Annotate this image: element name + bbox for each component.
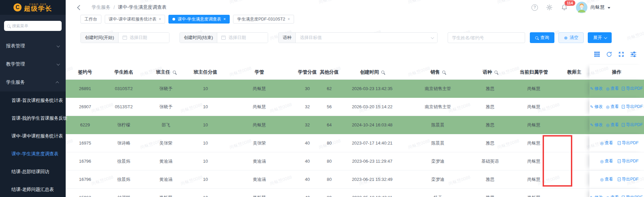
column-header: 学管 — [222, 69, 296, 75]
sidebar-submenu-label: 首课-我的学生首课服务反馈 — [11, 115, 68, 121]
action-label: 修改 — [594, 122, 603, 128]
table-cell: 栾梦迪 — [404, 176, 472, 183]
action-view[interactable]: 查看 — [600, 158, 613, 164]
sidebar-menu-item[interactable]: 报表管理 — [0, 37, 66, 55]
column-label: 学管分值 — [298, 69, 317, 75]
tab[interactable]: 工作台 — [80, 15, 101, 24]
help-icon[interactable]: ? — [532, 4, 538, 11]
sidebar-search[interactable] — [4, 21, 62, 31]
column-header: 教师主 — [559, 69, 589, 75]
table-cell: 张诗略 — [104, 140, 143, 146]
settings-gear-icon[interactable] — [546, 4, 553, 11]
action-modify[interactable]: 修改 — [590, 86, 603, 91]
table-cell: 雅思 — [472, 140, 509, 146]
fullscreen-icon[interactable] — [618, 51, 624, 57]
column-search-icon[interactable] — [173, 71, 176, 74]
sidebar-submenu-item[interactable]: 结课-总部结课回访 — [0, 163, 66, 181]
action-modify[interactable]: 修改 — [590, 104, 603, 110]
sidebar-submenu-item[interactable]: 课中-课中课程服务统计表 — [0, 127, 66, 145]
close-icon[interactable]: × — [223, 17, 226, 21]
action-label: 查看 — [610, 195, 619, 197]
table-cell: 2026-03-23 13:42:35 — [340, 86, 404, 91]
user-menu[interactable]: 尚稣慧 — [576, 2, 610, 13]
tab[interactable]: 课中-学生满意度调查表 × — [168, 15, 230, 24]
data-table: 签约号 学生姓名 班主任 班主任分值 学管 学管分值 其他分值 创建时间 销售 … — [66, 65, 644, 197]
action-pdf[interactable]: 导出PDF — [618, 158, 639, 164]
column-search-icon[interactable] — [442, 71, 445, 74]
action-modify[interactable]: 修改 — [590, 195, 603, 197]
column-search-icon[interactable] — [381, 71, 384, 74]
close-icon[interactable]: × — [288, 17, 290, 21]
refresh-icon[interactable] — [606, 51, 612, 57]
action-view[interactable]: 查看 — [606, 104, 619, 110]
action-label: 导出PDF — [626, 122, 643, 128]
table-cell: 26891 — [66, 86, 104, 91]
action-modify[interactable]: 修改 — [590, 122, 603, 128]
table-cell: 10 — [189, 122, 222, 127]
tab[interactable]: 学生满意度PDF-0310ST2 × — [233, 15, 294, 24]
action-label: 查看 — [610, 122, 619, 128]
action-pdf[interactable]: 导出PDF — [618, 176, 639, 182]
action-pdf[interactable]: 导出PDF — [622, 104, 643, 110]
table-cell: 80 — [318, 159, 340, 164]
notification-bell-icon[interactable]: 114 — [561, 3, 568, 12]
table-cell: 黄渝涵 — [143, 158, 189, 164]
close-icon[interactable]: × — [159, 17, 161, 21]
search-button[interactable]: 查询 — [530, 32, 554, 43]
notification-badge: 114 — [565, 0, 575, 6]
date-end-input[interactable]: 选择日期 — [217, 33, 268, 43]
tab[interactable]: 课中-课中课程服务统计表 × — [105, 15, 165, 24]
action-pdf[interactable]: 导出PDF — [622, 122, 643, 128]
column-label: 学管 — [255, 69, 264, 75]
column-label: 语种 — [483, 69, 492, 75]
language-select[interactable]: 选择目标值 — [296, 33, 437, 43]
logo-icon: C — [13, 3, 22, 11]
action-pdf[interactable]: 导出PDF — [618, 140, 639, 146]
student-name-input[interactable] — [448, 32, 525, 43]
sidebar-submenu-item[interactable]: 课中-学生满意度调查表 — [0, 145, 66, 163]
table-cell: 雅思 — [472, 122, 509, 128]
sidebar-search-input[interactable] — [12, 24, 59, 28]
date-start-input[interactable]: 选择日期 — [119, 33, 169, 43]
column-settings-icon[interactable] — [630, 51, 637, 57]
table-row: 268910310ST2张晓予10尚稣慧30622026-03-23 13:42… — [66, 80, 644, 98]
column-label: 销售 — [430, 69, 440, 75]
action-pdf[interactable]: 导出PDF — [622, 195, 643, 197]
table-cell: 0310ST2 — [104, 86, 143, 91]
table-cell: 尚稣慧 — [509, 104, 559, 110]
action-icon — [606, 195, 609, 197]
action-icon — [622, 123, 625, 127]
sidebar-menu-item[interactable]: 教学管理 — [0, 55, 66, 73]
grid-view-icon[interactable] — [594, 51, 600, 57]
action-view[interactable]: 查看 — [600, 176, 613, 182]
breadcrumb-root[interactable]: 学生服务 — [92, 4, 110, 10]
sidebar-menu-item[interactable]: 学生服务 — [0, 73, 66, 91]
sidebar-menu-label: 学生服务 — [6, 79, 25, 85]
back-icon[interactable] — [77, 5, 83, 10]
clear-button[interactable]: 清空 — [558, 32, 584, 43]
table-cell: 南京销售主管 — [404, 86, 472, 92]
action-pdf[interactable]: 导出PDF — [622, 86, 643, 91]
table-cell: 15963 — [66, 195, 104, 197]
action-view[interactable]: 查看 — [606, 86, 619, 91]
tab-label: 课中-课中课程服务统计表 — [109, 16, 157, 22]
table-cell: 徐晨炜 — [104, 158, 143, 164]
sidebar-submenu-label: 课中-课中课程服务统计表 — [11, 133, 63, 139]
action-icon — [618, 141, 621, 145]
filter-language: 语种 选择目标值 — [278, 32, 438, 43]
sidebar-submenu-item[interactable]: 首课-我的学生首课服务反馈 — [0, 109, 66, 127]
action-label: 查看 — [605, 176, 613, 182]
action-view[interactable]: 查看 — [606, 195, 619, 197]
table-cell: 16975 — [66, 141, 104, 146]
action-view[interactable]: 查看 — [606, 122, 619, 128]
table-cell: 0513ST2 — [104, 104, 143, 109]
filter-date-start: 创建时间(开始) 选择日期 — [80, 32, 169, 43]
table-cell: 26907 — [66, 104, 104, 109]
column-search-icon[interactable] — [494, 71, 497, 74]
app-root: C CHAO XUE 超级学长 报表管理 教学管理 学生服务 首课-首次课程服务… — [0, 0, 644, 197]
sidebar-submenu-item[interactable]: 结课-老师问题汇总表 — [0, 181, 66, 197]
expand-button[interactable]: 展开 — [588, 32, 612, 43]
table-cell: 张晓予 — [143, 104, 189, 110]
sidebar-submenu-item[interactable]: 首课-首次课程服务统计表 — [0, 91, 66, 109]
action-view[interactable]: 查看 — [600, 140, 613, 146]
